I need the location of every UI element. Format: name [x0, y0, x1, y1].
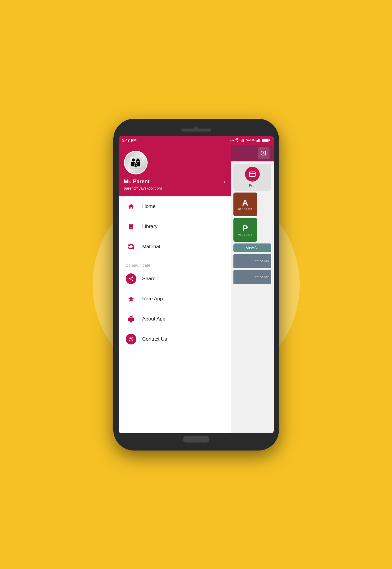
- list-card-1-date: 2018-11-29: [255, 260, 269, 263]
- menu-label-material: Material: [142, 244, 160, 250]
- battery-icon: [262, 138, 270, 142]
- svg-rect-2: [243, 139, 243, 142]
- menu-label-rate-app: Rate App: [142, 296, 163, 302]
- list-card-2-date: 2018-12-12: [255, 276, 269, 279]
- right-cards-panel: Fee A 01-12-2018 P 01-12-2018: [231, 161, 274, 287]
- grade-a-card[interactable]: A 01-12-2018: [233, 193, 257, 216]
- view-all-button[interactable]: View All: [233, 243, 271, 252]
- wifi-icon: [235, 138, 240, 142]
- svg-rect-9: [262, 139, 268, 141]
- menu-item-share[interactable]: Share: [119, 269, 231, 289]
- drawer-header: Mr. Parent › parent@yayskool.com: [119, 145, 231, 196]
- status-bar: 5:47 PM •••: [119, 136, 274, 145]
- menu-item-about-app[interactable]: About App: [119, 309, 231, 329]
- fee-icon: [245, 167, 260, 182]
- svg-rect-6: [258, 139, 259, 142]
- svg-rect-10: [269, 139, 270, 141]
- svg-rect-0: [241, 140, 241, 142]
- svg-rect-5: [257, 140, 258, 142]
- list-card-1[interactable]: 2018-11-29: [233, 254, 271, 268]
- star-icon: [126, 294, 136, 304]
- logout-icon: [261, 150, 267, 156]
- grade-a-date: 01-12-2018: [238, 208, 252, 211]
- menu-label-library: Library: [142, 224, 158, 230]
- menu-label-share: Share: [142, 276, 156, 282]
- fee-card[interactable]: Fee: [233, 164, 271, 191]
- navigation-drawer: Mr. Parent › parent@yayskool.com: [119, 145, 231, 433]
- chevron-right-icon[interactable]: ›: [224, 179, 226, 185]
- front-camera: [194, 126, 198, 130]
- phone-bottom-bar: [119, 433, 274, 445]
- signal2-icon: [257, 138, 261, 142]
- library-icon: [126, 221, 136, 232]
- main-content: Fee A 01-12-2018 P 01-12-2018: [231, 145, 274, 433]
- screen-content: Mr. Parent › parent@yayskool.com: [119, 145, 274, 433]
- volte-text: VoLTE: [246, 139, 255, 142]
- android-icon: [126, 314, 136, 324]
- menu-item-material[interactable]: Material: [119, 237, 231, 257]
- menu-label-about-app: About App: [142, 316, 165, 322]
- dots-icon: •••: [230, 139, 234, 142]
- svg-rect-4: [257, 140, 257, 142]
- user-email: parent@yayskool.com: [124, 186, 226, 190]
- menu-label-contact-us: Contact Us: [142, 336, 167, 342]
- svg-rect-3: [243, 139, 244, 142]
- list-card-2[interactable]: 2018-12-12: [233, 270, 271, 284]
- menu-item-home[interactable]: Home: [119, 196, 231, 217]
- user-avatar-image: [125, 152, 147, 174]
- home-button[interactable]: [183, 436, 209, 443]
- phone-screen: 5:47 PM •••: [119, 136, 274, 433]
- svg-rect-7: [259, 139, 259, 142]
- phone-top-bar: [119, 124, 274, 136]
- status-icons: ••• VoLTE: [230, 138, 270, 142]
- signal-icon: [241, 138, 245, 142]
- share-icon: [126, 273, 136, 284]
- question-icon: [126, 334, 136, 344]
- section-divider: [119, 258, 231, 258]
- menu-item-library[interactable]: Library: [119, 217, 231, 237]
- app-header: [231, 145, 274, 161]
- home-icon: [126, 201, 136, 212]
- menu-item-rate-app[interactable]: Rate App: [119, 289, 231, 309]
- menu-item-contact-us[interactable]: Contact Us: [119, 329, 231, 349]
- logout-button[interactable]: [258, 147, 270, 159]
- user-info-row: Mr. Parent ›: [124, 179, 226, 185]
- grade-p-date: 01-12-2018: [238, 233, 252, 236]
- user-name: Mr. Parent: [124, 179, 150, 185]
- avatar[interactable]: [124, 151, 148, 174]
- grade-p-letter: P: [242, 224, 248, 233]
- status-time: 5:47 PM: [122, 138, 137, 142]
- grade-p-card[interactable]: P 01-12-2018: [233, 218, 257, 242]
- material-icon: [126, 241, 136, 252]
- communicate-section-title: Communicate: [119, 259, 231, 269]
- drawer-menu: Home Library: [119, 196, 231, 433]
- fee-label: Fee: [249, 183, 255, 188]
- menu-label-home: Home: [142, 203, 156, 209]
- svg-rect-1: [242, 140, 242, 142]
- grade-a-letter: A: [242, 198, 248, 208]
- phone-frame: 5:47 PM •••: [113, 119, 279, 451]
